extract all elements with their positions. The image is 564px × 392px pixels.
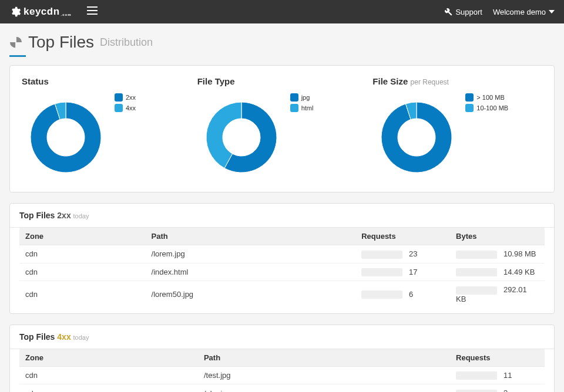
table-row: cdn/test.jpg 11 xyxy=(19,366,545,384)
topbar-right: Support Welcome demo xyxy=(445,8,555,16)
legend-label: 4xx xyxy=(126,104,136,111)
cell-path: /lorem50.jpg xyxy=(146,281,356,307)
wrench-icon xyxy=(445,8,452,16)
pie-chart-icon xyxy=(9,36,22,49)
cell-bytes: 292.01 KB xyxy=(450,281,545,307)
table-4xx: Zone Path Requests cdn/test.jpg 11cdn/ab… xyxy=(19,349,545,392)
col-zone: Zone xyxy=(19,349,198,367)
progress-bar xyxy=(456,371,497,380)
chart-filesize: File Size per Request > 100 MB10-100 MB xyxy=(372,76,542,181)
table-2xx: Zone Path Requests Bytes cdn/lorem.jpg 2… xyxy=(19,228,545,307)
chart-filesize-title: File Size xyxy=(372,76,408,86)
page-subtitle: Distribution xyxy=(100,36,153,49)
svg-rect-1 xyxy=(87,10,98,11)
cell-requests: 23 xyxy=(355,245,450,263)
col-requests: Requests xyxy=(450,349,545,367)
svg-rect-0 xyxy=(87,6,98,8)
progress-bar xyxy=(361,251,402,259)
chart-status-legend: 2xx4xx xyxy=(115,93,136,114)
chevron-down-icon xyxy=(549,10,555,13)
welcome-label: Welcome demo xyxy=(493,8,546,16)
page-content: Top Files Distribution Status 2xx4xx Fil… xyxy=(0,23,564,392)
legend-swatch xyxy=(115,104,123,112)
cell-bytes: 14.49 KB xyxy=(450,263,545,281)
cell-zone: cdn xyxy=(19,366,198,384)
cell-requests: 6 xyxy=(355,281,450,307)
gear-icon xyxy=(9,6,21,18)
chart-filesize-note: per Request xyxy=(411,78,449,86)
cell-requests: 17 xyxy=(355,263,450,281)
chart-status-title: Status xyxy=(22,76,192,86)
col-zone: Zone xyxy=(19,228,146,245)
chart-status: Status 2xx4xx xyxy=(22,76,192,181)
cell-zone: cdn xyxy=(19,245,146,263)
chart-filetype-donut xyxy=(197,93,286,181)
charts-card: Status 2xx4xx File Type jpghtml File Siz… xyxy=(9,65,555,192)
legend-item[interactable]: jpg xyxy=(290,93,314,102)
col-requests: Requests xyxy=(355,228,450,245)
panel-2xx-title: Top Files xyxy=(19,211,55,220)
progress-bar xyxy=(456,268,497,276)
table-2xx-body: cdn/lorem.jpg 23 10.98 MBcdn/index.html … xyxy=(19,245,545,307)
col-path: Path xyxy=(198,349,450,367)
legend-label: jpg xyxy=(301,94,310,101)
support-link[interactable]: Support xyxy=(445,8,482,16)
table-4xx-body: cdn/test.jpg 11cdn/abc.jpg 3 xyxy=(19,366,545,392)
cell-zone: cdn xyxy=(19,281,146,307)
panel-2xx-code: 2xx xyxy=(57,211,70,220)
brand-logo[interactable]: keycdn .com xyxy=(9,6,72,18)
brand-name: keycdn xyxy=(24,6,60,18)
svg-rect-2 xyxy=(87,13,98,15)
brand-sub: .com xyxy=(61,13,72,16)
legend-item[interactable]: 2xx xyxy=(115,93,136,102)
panel-4xx: Top Files 4xx today Zone Path Requests c… xyxy=(9,325,555,392)
legend-label: > 100 MB xyxy=(476,94,504,101)
cell-bytes: 10.98 MB xyxy=(450,245,545,263)
table-row: cdn/lorem50.jpg 6 292.01 KB xyxy=(19,281,545,307)
topbar: keycdn .com Support Welcome demo xyxy=(0,0,564,23)
panel-4xx-note: today xyxy=(73,334,89,341)
support-label: Support xyxy=(455,8,482,16)
menu-toggle-button[interactable] xyxy=(87,6,98,17)
chart-filesize-donut xyxy=(372,93,461,181)
page-title: Top Files xyxy=(28,33,94,52)
cell-zone: cdn xyxy=(19,384,198,392)
cell-zone: cdn xyxy=(19,263,146,281)
legend-swatch xyxy=(290,104,298,112)
legend-label: 2xx xyxy=(126,94,136,101)
legend-swatch xyxy=(115,93,123,102)
panel-4xx-title: Top Files xyxy=(19,332,55,342)
cell-requests: 11 xyxy=(450,366,545,384)
user-menu-button[interactable]: Welcome demo xyxy=(493,8,555,16)
progress-bar xyxy=(361,290,402,299)
page-header: Top Files Distribution xyxy=(9,33,555,52)
progress-bar xyxy=(361,268,402,276)
col-path: Path xyxy=(146,228,356,245)
legend-item[interactable]: 10-100 MB xyxy=(465,104,508,112)
legend-item[interactable]: > 100 MB xyxy=(465,93,508,102)
panel-4xx-header: Top Files 4xx today xyxy=(10,325,554,349)
legend-swatch xyxy=(465,104,474,112)
table-row: cdn/lorem.jpg 23 10.98 MB xyxy=(19,245,545,263)
cell-path: /test.jpg xyxy=(198,366,450,384)
legend-item[interactable]: html xyxy=(290,104,314,112)
chart-filetype: File Type jpghtml xyxy=(197,76,367,181)
legend-label: 10-100 MB xyxy=(476,104,508,111)
chart-filetype-title: File Type xyxy=(197,76,367,86)
panel-2xx: Top Files 2xx today Zone Path Requests B… xyxy=(9,203,555,314)
panel-4xx-code: 4xx xyxy=(57,332,70,342)
progress-bar xyxy=(456,251,497,259)
chart-filesize-legend: > 100 MB10-100 MB xyxy=(465,93,508,114)
legend-swatch xyxy=(290,93,298,102)
progress-bar xyxy=(456,286,497,295)
legend-label: html xyxy=(301,104,314,111)
table-row: cdn/index.html 17 14.49 KB xyxy=(19,263,545,281)
panel-2xx-note: today xyxy=(73,212,89,219)
legend-item[interactable]: 4xx xyxy=(115,104,136,112)
cell-path: /abc.jpg xyxy=(198,384,450,392)
cell-requests: 3 xyxy=(450,384,545,392)
col-bytes: Bytes xyxy=(450,228,545,245)
table-row: cdn/abc.jpg 3 xyxy=(19,384,545,392)
hamburger-icon xyxy=(87,6,98,15)
progress-bar xyxy=(456,390,497,392)
